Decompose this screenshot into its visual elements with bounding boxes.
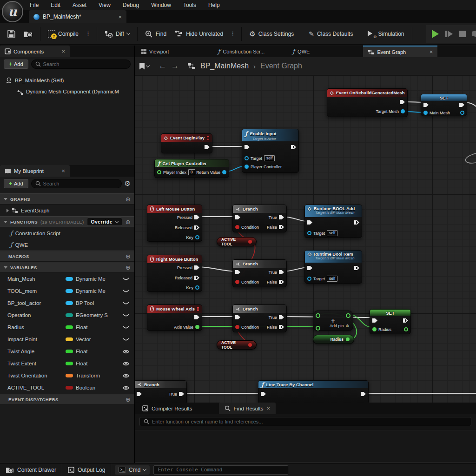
tab-construction-script[interactable]: ƒ Construction Scr... (213, 46, 270, 57)
eye-closed-icon[interactable] (122, 325, 130, 330)
stop-button[interactable] (459, 31, 466, 37)
node-add-float[interactable]: + Add pin⊕ (313, 311, 353, 331)
components-search-input[interactable] (43, 61, 126, 67)
menu-view[interactable]: View (99, 2, 111, 8)
eye-closed-icon[interactable] (122, 289, 130, 293)
menu-window[interactable]: Window (151, 2, 171, 8)
exec-out-pin[interactable] (459, 102, 464, 107)
cmd-dropdown[interactable]: >_ Cmd (115, 465, 150, 475)
eye-open-icon[interactable] (122, 349, 130, 354)
true-pin[interactable] (279, 270, 284, 275)
target-value-box[interactable]: self (327, 230, 337, 236)
asset-tab-bp-mainmesh[interactable]: BP_MainMesh* × (29, 10, 126, 23)
close-icon[interactable]: × (61, 167, 65, 174)
menu-help[interactable]: Help (208, 2, 220, 8)
target-value-box[interactable]: self (264, 155, 275, 161)
add-pin-button[interactable]: Add pin⊕ (330, 324, 349, 328)
override-dropdown[interactable]: Override (87, 218, 122, 226)
released-pin[interactable] (194, 225, 199, 230)
diff-button[interactable]: Diff (102, 28, 132, 40)
node-set-main-mesh[interactable]: SET Main Mesh (421, 94, 467, 116)
event-dispatchers-section-header[interactable]: EVENT DISPATCHERS ⊕ (0, 394, 134, 405)
close-icon[interactable]: × (61, 48, 65, 55)
browse-to-asset-button[interactable] (21, 28, 35, 40)
my-blueprint-search-input[interactable] (43, 181, 118, 186)
menu-debug[interactable]: Debug (123, 2, 139, 8)
node-runtime-bool-rem[interactable]: ◇Runtime Bool RemTarget is BP Main Mesh … (304, 250, 362, 284)
variable-row[interactable]: TOOL_mem Dynamic Me (0, 285, 134, 297)
released-pin[interactable] (194, 275, 199, 280)
qwe-function-item[interactable]: ƒ QWE (0, 239, 134, 251)
exec-out-pin[interactable] (354, 265, 359, 271)
pressed-pin[interactable] (194, 265, 199, 270)
menu-edit[interactable]: Edit (51, 2, 60, 8)
tab-find-results[interactable]: Find Results × (219, 403, 276, 414)
variables-section-header[interactable]: VARIABLES ⊕ (0, 262, 134, 273)
output-log-button[interactable]: Output Log (62, 463, 111, 476)
component-root-item[interactable]: BP_MainMesh (Self) (0, 75, 134, 86)
true-pin[interactable] (279, 215, 284, 220)
variable-row[interactable]: Twist Orientation Transform (0, 370, 134, 382)
macros-section-header[interactable]: MACROS ⊕ (0, 251, 134, 262)
node-mouse-wheel-axis[interactable]: Mouse Wheel Axis Axis Value (147, 304, 202, 331)
delegate-box-icon[interactable] (207, 136, 209, 140)
exec-in-pin[interactable] (307, 265, 312, 271)
breadcrumb-current[interactable]: Event Graph (260, 62, 302, 70)
target-pin[interactable] (307, 277, 311, 281)
breadcrumb-root[interactable]: BP_MainMesh (200, 62, 249, 70)
false-pin[interactable] (279, 225, 284, 230)
exec-in-pin[interactable] (307, 220, 312, 225)
return-value-pin[interactable] (222, 170, 226, 174)
target-pin[interactable] (245, 156, 249, 160)
add-macro-icon[interactable]: ⊕ (126, 253, 131, 260)
true-pin[interactable] (179, 391, 184, 397)
add-variable-icon[interactable]: ⊕ (126, 264, 131, 271)
class-defaults-button[interactable]: ✎ Class Defaults (306, 28, 356, 40)
node-branch-2[interactable]: Branch Condition True False (232, 259, 287, 287)
node-line-trace-by-channel[interactable]: ƒLine Trace By Channel (258, 380, 369, 403)
console-command-input[interactable] (153, 465, 288, 475)
node-right-mouse-button[interactable]: Right Mouse Button Pressed Released Key (147, 255, 202, 292)
bool-out-pin[interactable] (248, 240, 252, 244)
output-value-pin[interactable] (460, 111, 464, 115)
simulation-button[interactable]: ⚙ Simulation (365, 29, 407, 39)
add-graph-icon[interactable]: ⊕ (126, 196, 131, 203)
add-output-pin[interactable] (346, 313, 350, 318)
functions-section-header[interactable]: FUNCTIONS (19 OVERRIDABLE) Override ⊕ (0, 216, 134, 227)
tab-components[interactable]: Components × (0, 46, 70, 57)
close-icon[interactable]: × (430, 48, 433, 55)
eye-closed-icon[interactable] (122, 337, 130, 342)
caret-right-icon[interactable] (7, 209, 9, 212)
class-settings-button[interactable]: ⚙ Class Settings (246, 28, 297, 40)
exec-out-pin[interactable] (361, 391, 366, 397)
exec-in-pin[interactable] (235, 315, 240, 320)
construction-script-item[interactable]: ƒ Construction Script (0, 227, 134, 239)
menu-tools[interactable]: Tools (183, 2, 196, 8)
node-event-beginplay[interactable]: ◇Event BeginPlay (161, 133, 212, 153)
close-icon[interactable]: × (118, 13, 122, 20)
key-pin[interactable] (195, 235, 199, 239)
node-runtime-bool-add[interactable]: ◇Runtime BOOL AddTarget is BP Main Mesh … (304, 205, 362, 238)
exec-in-pin[interactable] (137, 391, 142, 397)
variable-row[interactable]: Twist Angle Float (0, 345, 134, 357)
eye-open-icon[interactable] (122, 385, 130, 390)
compile-options-icon[interactable]: ⋮ (84, 30, 92, 37)
player-controller-pin[interactable] (245, 165, 249, 169)
find-results-search-input[interactable] (152, 419, 467, 424)
node-branch-3[interactable]: Branch Condition True False (232, 304, 287, 332)
active-tool-getter-2[interactable]: ACTIVE TOOL (217, 340, 257, 350)
condition-pin[interactable] (235, 280, 239, 284)
main-mesh-pin[interactable] (423, 111, 428, 115)
bool-out-pin[interactable] (248, 343, 252, 347)
exec-out-pin[interactable] (291, 145, 296, 150)
add-function-icon[interactable]: ⊕ (126, 218, 131, 225)
node-event-onrebuildgeneratedmesh[interactable]: ◇Event OnRebuildGeneratedMesh Target Mes… (327, 88, 408, 117)
tab-qwe[interactable]: ƒ QWE (288, 46, 314, 57)
axis-value-pin[interactable] (195, 325, 199, 329)
tab-viewport[interactable]: Viewport (137, 46, 174, 57)
eye-open-icon[interactable] (122, 373, 130, 378)
exec-in-pin[interactable] (372, 318, 377, 323)
play-button[interactable] (432, 30, 439, 38)
exec-out-pin[interactable] (403, 318, 408, 323)
find-button[interactable]: Find (142, 28, 169, 40)
